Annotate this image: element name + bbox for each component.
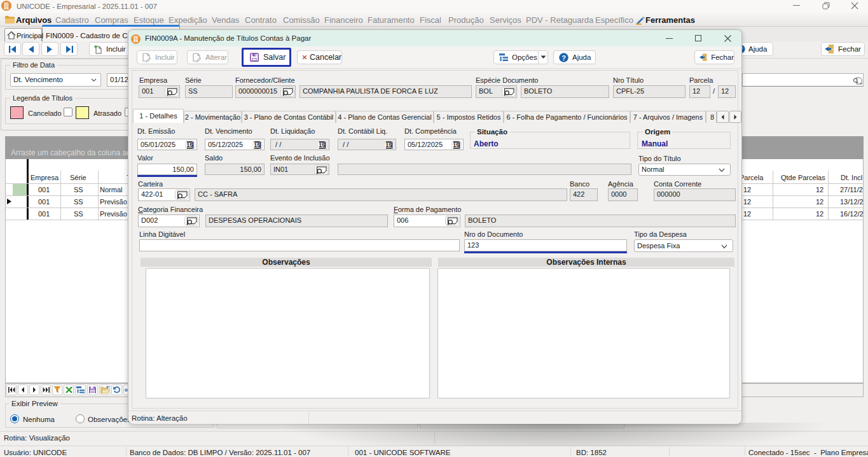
svg-text:?: ? [561, 53, 566, 61]
svg-text:15: 15 [254, 142, 260, 148]
svg-text:15: 15 [319, 142, 325, 148]
svg-text:15: 15 [453, 142, 459, 148]
svg-text:15: 15 [186, 142, 193, 148]
svg-text:15: 15 [385, 142, 392, 148]
